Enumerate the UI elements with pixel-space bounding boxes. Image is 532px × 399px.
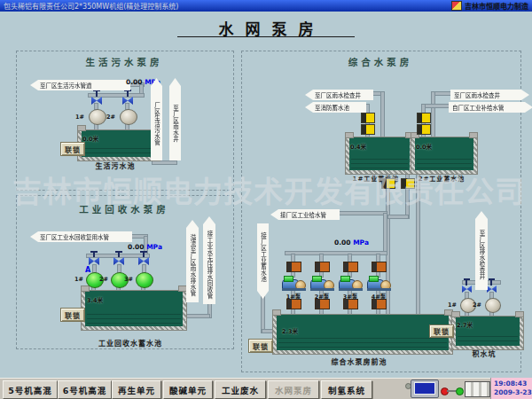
pump-icon-running[interactable] — [339, 276, 363, 291]
title-underline — [177, 36, 355, 37]
valve-icon[interactable] — [91, 90, 102, 105]
pipe-segment — [384, 214, 387, 254]
pump-icon-running[interactable] — [367, 276, 391, 291]
comp-arrow-left-bottom: 至消防蓄水池 — [305, 102, 366, 113]
comp-arrow-right-bottom: 自厂区工业补给水管 — [449, 102, 532, 113]
alarm-panel-icon — [465, 381, 490, 397]
recycle-tank-label: 工业回收水蓄水池 — [80, 338, 181, 348]
recycle-overflow-riser-label: 溢流至厂区雨水排水管 — [186, 220, 199, 302]
valve-icon[interactable] — [89, 251, 99, 265]
sewage-out-pipe-label: 至厂区生活污水管道 — [30, 80, 130, 90]
pump-number: 3# — [124, 276, 133, 283]
pipe-segment — [388, 215, 408, 218]
app-title: 包头稀铝有限责任公司2*350MW机组(精处理控制系统) — [0, 1, 178, 11]
sump-tank-level: 2.7米 — [457, 320, 473, 329]
tank1-label: 1#工业蓄水池 — [344, 174, 408, 183]
recycle-tank-level: 3.4米 — [87, 295, 103, 304]
valve-icon[interactable] — [361, 113, 375, 123]
tank1-level: 0.4米 — [350, 142, 366, 151]
pipe-segment — [432, 92, 434, 137]
sump-riser-label: 至厂区排水检查井 — [475, 211, 488, 290]
comp-arrow-left-top: 至厂区雨水检查井 — [305, 90, 373, 100]
valve-icon[interactable] — [361, 124, 375, 135]
valve-icon[interactable] — [315, 262, 330, 272]
nav-button-regen[interactable]: 再生单元 — [112, 380, 161, 399]
sump-tank-label: 积水坑 — [452, 348, 516, 358]
recycle-interlock-button[interactable]: 联锁 — [60, 308, 85, 322]
pipe-segment — [153, 161, 176, 164]
forebay-riser-label: 接厂区工业蓄水池 — [257, 223, 269, 299]
nav-button-unit5[interactable]: 5号机高混 — [3, 380, 58, 399]
hmi-screen: 包头稀铝有限责任公司2*350MW机组(精处理控制系统) 吉林市恒顺电力制造 水… — [0, 0, 532, 399]
nav-button-wastewater[interactable]: 工业废水 — [215, 380, 266, 399]
nav-button-hydrogen[interactable]: 制氢系统 — [321, 380, 372, 399]
nav-button-acidbase[interactable]: 酸碱单元 — [163, 380, 213, 399]
tank2-level: 0.0米 — [416, 142, 432, 151]
pipe-segment — [118, 265, 121, 272]
monitor-icon — [411, 379, 439, 398]
pump-icon[interactable] — [485, 298, 501, 313]
pump-number: 1# — [75, 113, 84, 121]
pump-number: 2# — [106, 113, 115, 121]
forebay-tank-level: 2.3米 — [282, 326, 298, 335]
recycle-out-pipe-label: 至厂区工业水回收复用水管 — [30, 231, 132, 242]
pump-number: 1# — [74, 276, 83, 283]
nav-button-waternet-current[interactable]: 水网泵房 — [268, 380, 319, 399]
pump-number: 1# — [448, 301, 457, 309]
valve-icon[interactable] — [343, 262, 358, 272]
valve-icon[interactable] — [286, 262, 301, 272]
valve-icon[interactable] — [417, 124, 431, 135]
auto-mode-tag: A — [85, 266, 90, 274]
sewage-interlock-button[interactable]: 联锁 — [60, 142, 85, 156]
valve-icon[interactable] — [462, 278, 472, 293]
pipe-segment — [286, 252, 387, 254]
recycle-return-riser-label: 接工业水无压排水回收管 — [203, 216, 215, 304]
date-text: 2009-3-23 — [494, 388, 532, 397]
sump-interlock-button[interactable]: 联锁 — [429, 325, 454, 338]
nav-button-unit6[interactable]: 6号机高混 — [58, 380, 112, 399]
forebay-pressure: 0.00 MPa — [334, 239, 369, 246]
valve-icon[interactable] — [138, 251, 149, 265]
comp-arrow-right-top: 至厂区雨水检查井 — [450, 90, 529, 100]
recycle-pressure: 0.00 MPa — [128, 243, 162, 251]
valve-icon[interactable] — [417, 113, 431, 123]
window-titlebar: 包头稀铝有限责任公司2*350MW机组(精处理控制系统) 吉林市恒顺电力制造 — [0, 0, 532, 12]
pump-number: 2# — [473, 301, 481, 309]
pipe-segment — [433, 92, 452, 95]
tank2-label: 2#工业蓄水池 — [410, 174, 473, 183]
pump-number: 2#泵 — [311, 292, 332, 301]
recycle-title: 工业回收水泵房 — [16, 202, 232, 215]
vendor-logo-icon — [451, 1, 462, 11]
pipe-segment — [424, 105, 450, 107]
valve-icon[interactable] — [372, 262, 387, 272]
comprehensive-title: 综合水泵房 — [241, 55, 520, 68]
valve-icon[interactable] — [113, 251, 124, 265]
valve-icon[interactable] — [487, 278, 497, 293]
pump-icon-running[interactable] — [282, 276, 306, 291]
vendor-area: 吉林市恒顺电力制造 — [451, 1, 532, 11]
pump-number: 3#泵 — [340, 292, 361, 301]
pipe-segment — [143, 265, 145, 272]
bottom-toolbar: 5号机高混 6号机高混 再生单元 酸碱单元 工业废水 水网泵房 制氢系统 — [0, 378, 532, 399]
sewage-title: 生活污水泵房 — [16, 55, 232, 68]
forebay-tank-label: 综合水泵房前池 — [293, 356, 426, 366]
valve-icon[interactable] — [381, 178, 395, 189]
sewage-tank-label: 生活污水池 — [78, 160, 153, 170]
pump-icon[interactable] — [120, 109, 137, 125]
forebay-interlock-button[interactable]: 联锁 — [248, 339, 273, 353]
pipe-segment — [381, 92, 384, 137]
pump-icon-running[interactable] — [310, 276, 334, 291]
datetime-display: 19:08:43 2009-3-23 — [490, 378, 532, 399]
time-text: 19:08:43 — [494, 379, 532, 388]
status-green-indicator — [456, 387, 464, 395]
pump-icon-running[interactable] — [136, 272, 153, 288]
valve-icon[interactable] — [122, 90, 133, 105]
valve-icon[interactable] — [401, 178, 415, 189]
vendor-name: 吉林市恒顺电力制造 — [465, 1, 528, 11]
pump-icon[interactable] — [89, 109, 106, 125]
pump-number: 1#泵 — [283, 292, 304, 301]
pump-number: 4#泵 — [368, 292, 389, 301]
sewage-riser-left-label: 厂区生活污水管 — [151, 78, 162, 160]
sewage-riser-right-label: 至厂区雨水井 — [169, 78, 181, 160]
pump-number: 2# — [99, 276, 108, 283]
